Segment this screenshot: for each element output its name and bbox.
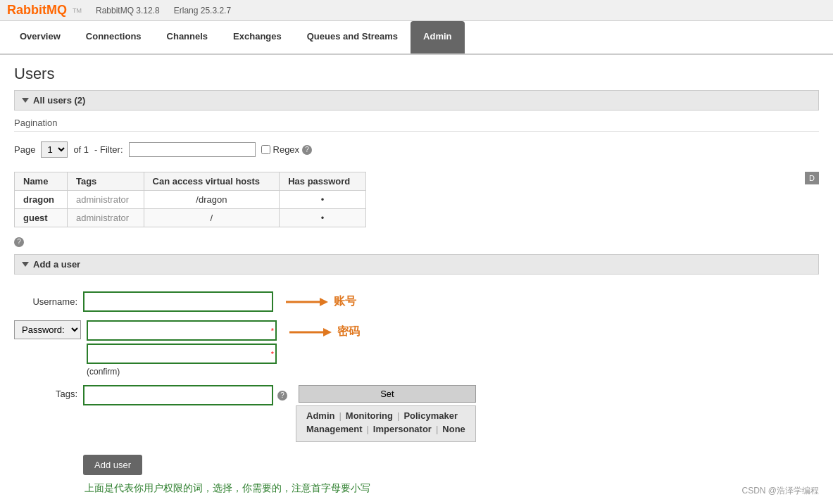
pagination-section: Pagination Page 1 of 1 - Filter: Regex ? [14,118,819,162]
top-bar: RabbitMQ TM RabbitMQ 3.12.8 Erlang 25.3.… [0,0,833,21]
user-password-dragon: • [280,191,366,209]
csdn-credit: CSDN @浩泽学编程 [741,485,819,497]
add-user-form: Username: 账号 Password: * [14,282,819,504]
regex-check: Regex ? [261,144,313,155]
logo-area: RabbitMQ TM [7,3,82,18]
table-help-icon[interactable]: ? [14,237,24,247]
of-text: of 1 [73,144,89,155]
nav-queues[interactable]: Queues and Streams [294,21,411,53]
tag-policymaker[interactable]: Policymaker [403,410,458,421]
page-content: Users All users (2) Pagination Page 1 of… [0,55,833,504]
password-arrow [289,326,332,339]
user-tags-guest: administrator [67,209,144,227]
user-vhosts-dragon: /dragon [144,191,280,209]
col-tags: Tags [67,172,144,191]
tag-monitoring[interactable]: Monitoring [346,410,393,421]
username-label: Username: [14,296,77,307]
filter-label: - Filter: [94,144,123,155]
user-tags-dragon: administrator [67,191,144,209]
tag-management[interactable]: Management [306,424,362,434]
username-input[interactable] [83,291,273,312]
set-tags-button[interactable]: Set [299,385,476,403]
username-annotation: 账号 [334,294,356,309]
username-arrow [286,296,328,308]
erlang-version: Erlang 25.3.2.7 [174,6,231,15]
regex-checkbox[interactable] [261,145,270,154]
logo-tm: TM [73,7,82,14]
tags-input[interactable] [83,385,273,405]
add-user-button[interactable]: Add user [83,455,142,475]
tags-label: Tags: [14,385,77,399]
table-row: guest administrator / • [15,209,366,227]
password-type-select[interactable]: Password: [14,320,81,339]
page-title: Users [14,65,819,83]
page-label-text: Page [14,144,35,155]
nav-channels[interactable]: Channels [154,21,221,53]
sep-4: | [436,424,438,434]
nav-admin[interactable]: Admin [411,21,464,53]
nav-connections[interactable]: Connections [73,21,154,53]
tag-admin[interactable]: Admin [306,410,334,421]
tag-options-row-1: Admin | Monitoring | Policymaker [306,410,465,421]
pagination-label: Pagination [14,118,819,132]
nav-exchanges[interactable]: Exchanges [220,21,294,53]
add-user-label: Add a user [33,259,80,270]
password-confirm-input[interactable] [87,344,277,364]
nav-overview[interactable]: Overview [7,21,73,53]
all-users-label: All users (2) [33,95,85,106]
main-nav: Overview Connections Channels Exchanges … [0,21,833,55]
all-users-header[interactable]: All users (2) [14,90,819,111]
user-name-dragon[interactable]: dragon [15,191,68,209]
sep-1: | [339,410,341,421]
user-password-guest: • [280,209,366,227]
regex-label: Regex [273,144,300,155]
scroll-hint-button[interactable]: D [805,172,819,184]
sep-3: | [366,424,368,434]
col-name: Name [15,172,68,191]
add-user-collapse-icon [22,262,29,267]
pagination-row: Page 1 of 1 - Filter: Regex ? [14,137,819,162]
user-name-guest[interactable]: guest [15,209,68,227]
col-password: Has password [280,172,366,191]
page-select[interactable]: 1 [41,141,68,158]
password-input[interactable] [87,320,277,341]
sep-2: | [397,410,399,421]
tag-impersonator[interactable]: Impersonator [373,424,432,434]
tags-help-icon[interactable]: ? [277,391,287,401]
users-table: Name Tags Can access virtual hosts Has p… [14,172,366,227]
bottom-annotation: 上面是代表你用户权限的词，选择，你需要的，注意首字母要小写 [84,481,437,496]
add-user-header[interactable]: Add a user [14,254,819,275]
col-vhosts: Can access virtual hosts [144,172,280,191]
tag-options-row-2: Management | Impersonator | None [306,424,465,434]
rabbitmq-version: RabbitMQ 3.12.8 [96,6,160,15]
collapse-icon [22,98,29,103]
confirm-text: (confirm) [87,367,277,377]
logo-text: RabbitMQ [7,3,67,18]
regex-help-icon[interactable]: ? [302,145,312,155]
table-row: dragon administrator /dragon • [15,191,366,209]
add-user-section: Add a user Username: 账号 Password: [14,254,819,504]
user-vhosts-guest: / [144,209,280,227]
tag-none[interactable]: None [442,424,465,434]
filter-input[interactable] [129,142,256,157]
password-annotation: 密码 [337,325,360,339]
tag-options-box: Admin | Monitoring | Policymaker Managem… [296,405,476,442]
